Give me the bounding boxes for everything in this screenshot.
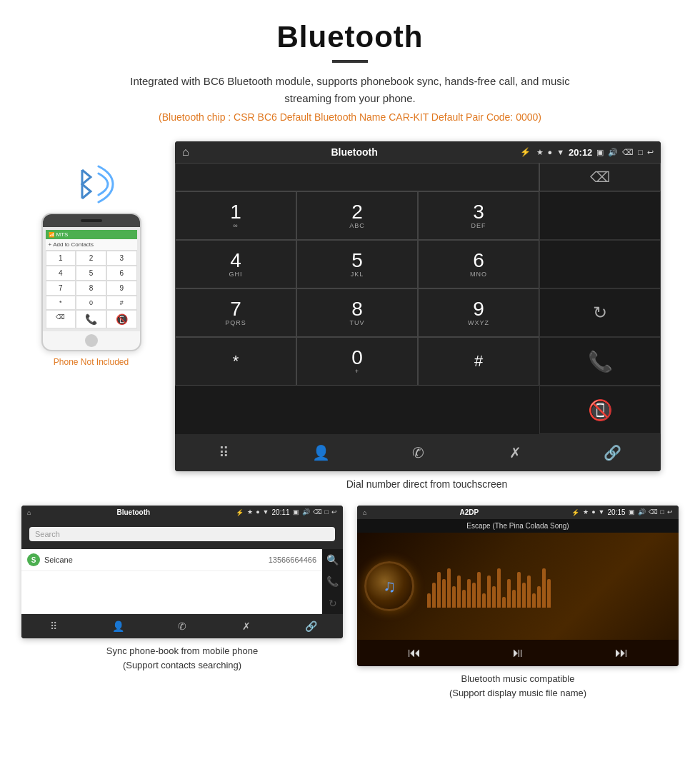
phone-key-star[interactable]: *: [46, 296, 76, 310]
viz-bar: [482, 593, 486, 608]
mini-nav-dialpad[interactable]: ⠿: [21, 617, 86, 635]
dial-key-4[interactable]: 4 GHI: [175, 240, 296, 288]
car-screen-container: ⌂ Bluetooth ⚡ ★ ● ▼ 20:12 ▣ 🔊 ⌫ □ ↩: [175, 141, 679, 494]
phone-key-2[interactable]: 2: [76, 251, 106, 266]
mini-time: 20:11: [272, 508, 290, 516]
music-home-icon[interactable]: ⌂: [363, 509, 366, 516]
camera-icon[interactable]: ▣: [596, 148, 604, 157]
status-time: 20:12: [569, 147, 592, 158]
play-pause-button[interactable]: ⏯: [511, 645, 524, 660]
side-search-icon[interactable]: 🔍: [326, 554, 339, 566]
dial-refresh-button[interactable]: ↻: [539, 288, 661, 337]
viz-bar: [437, 572, 441, 608]
dial-end-button[interactable]: 📵: [539, 386, 661, 434]
mini-nav-link[interactable]: 🔗: [279, 617, 343, 635]
music-close-icon[interactable]: ⌫: [649, 508, 658, 516]
viz-bar: [542, 568, 546, 608]
dial-key-hash[interactable]: #: [418, 337, 539, 386]
back-icon[interactable]: ↩: [647, 148, 654, 157]
phone-key-3[interactable]: 3: [106, 251, 137, 266]
phone-key-6[interactable]: 6: [106, 266, 137, 281]
window-icon[interactable]: □: [638, 148, 643, 156]
dial-key-star[interactable]: *: [175, 337, 296, 386]
side-call-icon[interactable]: 📞: [326, 576, 339, 587]
side-refresh-icon[interactable]: ↻: [329, 598, 337, 609]
music-win-icon[interactable]: □: [661, 508, 664, 516]
phone-key-7[interactable]: 7: [46, 281, 76, 296]
phonebook-status-bar: ⌂ Bluetooth ⚡ ★ ● ▼ 20:11 ▣ 🔊 ⌫ □ ↩: [21, 506, 343, 519]
music-vol-icon[interactable]: 🔊: [638, 508, 646, 516]
phone-key-4[interactable]: 4: [46, 266, 76, 281]
dial-backspace-button[interactable]: ⌫: [539, 163, 661, 191]
mini-nav-contacts[interactable]: 👤: [86, 617, 150, 635]
mini-nav-call[interactable]: ✆: [150, 617, 214, 635]
car-screen-dialer: ⌂ Bluetooth ⚡ ★ ● ▼ 20:12 ▣ 🔊 ⌫ □ ↩: [175, 141, 661, 471]
phonebook-block: ⌂ Bluetooth ⚡ ★ ● ▼ 20:11 ▣ 🔊 ⌫ □ ↩: [21, 506, 343, 700]
music-caption: Bluetooth music compatible(Support displ…: [449, 672, 586, 700]
music-screen-title: A2DP: [370, 508, 568, 516]
phonebook-side-icons: 🔍 📞 ↻: [322, 549, 343, 614]
car-nav-call[interactable]: ✆: [369, 438, 466, 467]
phone-call-button[interactable]: 📞: [76, 310, 106, 328]
car-nav-dialpad[interactable]: ⠿: [175, 438, 272, 467]
phonebook-empty-space: [21, 571, 322, 614]
phonebook-contact-item[interactable]: S Seicane 13566664466: [21, 549, 322, 571]
song-title-bar: Escape (The Pina Colada Song): [357, 519, 679, 533]
phonebook-screen: ⌂ Bluetooth ⚡ ★ ● ▼ 20:11 ▣ 🔊 ⌫ □ ↩: [21, 506, 343, 638]
dial-key-2[interactable]: 2 ABC: [296, 191, 418, 240]
dial-key-6[interactable]: 6 MNO: [418, 240, 539, 288]
phone-key-del[interactable]: ⌫: [46, 310, 76, 328]
car-nav-link[interactable]: 🔗: [564, 438, 661, 467]
mini-status-icons: ★ ● ▼ 20:11 ▣ 🔊 ⌫ □ ↩: [247, 508, 337, 516]
dial-key-1[interactable]: 1 ∞: [175, 191, 296, 240]
dial-key-8[interactable]: 8 TUV: [296, 288, 418, 337]
phonebook-search-bar[interactable]: Search: [29, 527, 335, 541]
album-art: ♫: [364, 561, 414, 611]
music-gps-icon: ●: [591, 508, 595, 516]
phone-key-5[interactable]: 5: [76, 266, 106, 281]
home-icon[interactable]: ⌂: [182, 146, 189, 159]
car-nav-contacts[interactable]: 👤: [272, 438, 369, 467]
viz-bar: [527, 576, 531, 608]
phone-key-0[interactable]: 0: [76, 296, 106, 310]
phone-key-8[interactable]: 8: [76, 281, 106, 296]
music-back-icon[interactable]: ↩: [667, 508, 673, 516]
dial-display[interactable]: [175, 163, 539, 191]
dial-key-0[interactable]: 0 +: [296, 337, 418, 386]
music-body: ♫: [357, 533, 679, 640]
music-cam-icon[interactable]: ▣: [629, 508, 635, 516]
mini-back-icon[interactable]: ↩: [331, 508, 337, 516]
phone-key-9[interactable]: 9: [106, 281, 137, 296]
dial-call-button[interactable]: 📞: [539, 337, 661, 386]
phonebook-list: S Seicane 13566664466: [21, 549, 322, 614]
mini-cam-icon[interactable]: ▣: [293, 508, 299, 516]
mini-vol-icon[interactable]: 🔊: [302, 508, 310, 516]
dial-key-empty-2: [539, 240, 661, 288]
close-icon[interactable]: ⌫: [622, 148, 634, 157]
mini-win-icon[interactable]: □: [325, 508, 329, 516]
mini-close-icon[interactable]: ⌫: [313, 508, 322, 516]
dial-key-7[interactable]: 7 PQRS: [175, 288, 296, 337]
phone-bottom-row: * 0 #: [46, 296, 137, 310]
volume-icon[interactable]: 🔊: [608, 148, 618, 157]
dial-key-5[interactable]: 5 JKL: [296, 240, 418, 288]
phone-home-button[interactable]: [85, 334, 98, 347]
contact-number: 13566664466: [269, 556, 316, 564]
phone-carrier: 📶: [49, 232, 55, 238]
viz-bar: [522, 583, 526, 608]
car-nav-bluetooth[interactable]: ✗: [466, 438, 564, 467]
music-wifi-icon: ▼: [599, 508, 605, 516]
dial-key-9[interactable]: 9 WXYZ: [418, 288, 539, 337]
next-button[interactable]: ⏭: [615, 645, 628, 660]
phone-keypad: 1 2 3 4 5 6 7 8 9: [46, 251, 137, 296]
mini-nav-bluetooth[interactable]: ✗: [214, 617, 279, 635]
mini-home-icon[interactable]: ⌂: [27, 509, 31, 516]
page-description: Integrated with BC6 Bluetooth module, su…: [121, 73, 579, 107]
phone-end-button[interactable]: 📵: [106, 310, 137, 328]
dial-key-3[interactable]: 3 DEF: [418, 191, 539, 240]
prev-button[interactable]: ⏮: [408, 645, 421, 660]
page-specs: (Bluetooth chip : CSR BC6 Default Blueto…: [14, 111, 686, 123]
phone-key-1[interactable]: 1: [46, 251, 76, 266]
viz-bar: [537, 586, 541, 608]
phone-key-hash[interactable]: #: [106, 296, 137, 310]
